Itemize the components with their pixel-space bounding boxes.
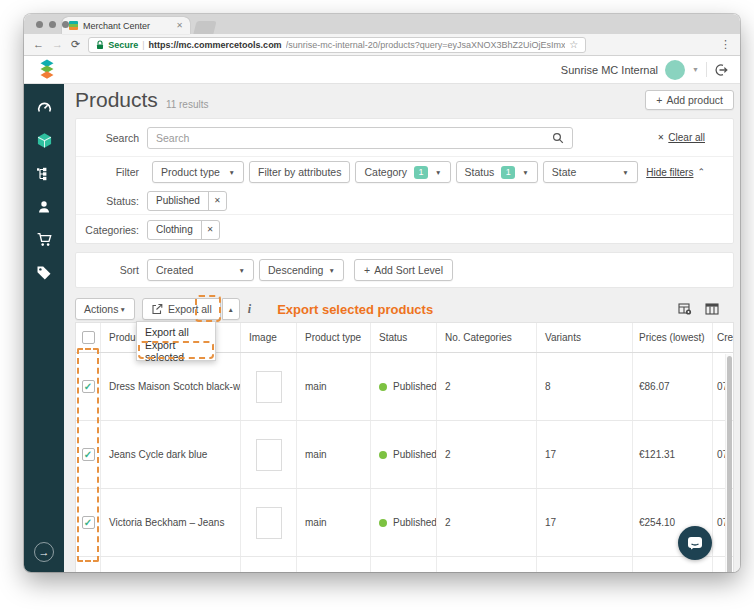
annotation-text: Export selected products (277, 302, 433, 317)
sidebar-item-products[interactable] (24, 124, 64, 157)
table-row[interactable]: ✓ Jeans Cycle dark blue main Published 2… (76, 421, 733, 489)
search-input[interactable] (148, 132, 552, 144)
sidebar-expand-button[interactable]: → (34, 542, 54, 562)
export-icon (151, 303, 163, 315)
reload-icon[interactable]: ⟳ (71, 39, 80, 50)
user-avatar[interactable] (665, 60, 685, 80)
tab-title: Merchant Center (83, 21, 171, 31)
actions-dropdown-button[interactable]: Actions ▼ (75, 298, 135, 320)
tab-close-icon[interactable]: ✕ (176, 21, 183, 30)
commercetools-logo (37, 59, 57, 80)
menu-item-export-selected[interactable]: Export selected (137, 341, 215, 360)
new-tab-button[interactable] (193, 21, 216, 34)
remove-category-chip-icon[interactable]: ✕ (201, 221, 219, 239)
browser-tab[interactable]: Merchant Center ✕ (62, 17, 190, 34)
logout-icon[interactable] (714, 63, 728, 77)
dashboard-icon (36, 99, 53, 116)
cell-status: Published (371, 489, 437, 556)
checkbox-check-icon: ✓ (82, 516, 95, 529)
add-sort-level-button[interactable]: + Add Sort Level (354, 259, 453, 281)
chat-widget-button[interactable] (678, 526, 712, 560)
clear-all-x-icon: ✕ (658, 133, 665, 142)
cell-product-name: Jeans Cycle dark blue (101, 421, 241, 488)
table-row[interactable]: ✓ Victoria Beckham – Jeans main Publishe… (76, 489, 733, 557)
hide-filters-link[interactable]: Hide filters ⌃ (646, 167, 705, 178)
header-divider (706, 62, 707, 77)
sidebar-item-dashboard[interactable] (24, 91, 64, 124)
header-created[interactable]: Created (713, 323, 733, 352)
close-window-button[interactable] (36, 21, 43, 28)
filter-by-attributes-button[interactable]: Filter by attributes (249, 161, 350, 183)
column-settings-icon[interactable] (678, 302, 692, 316)
caret-down-icon: ▼ (329, 267, 335, 274)
page-title-row: Products 11 results + Add product (75, 86, 734, 114)
sidebar-item-discounts[interactable] (24, 256, 64, 289)
cell-price-lowest: €86.07 (633, 353, 713, 420)
header-no-categories[interactable]: No. Categories (437, 323, 537, 352)
sort-panel: Sort Created ▼ Descending ▼ + Add Sort L… (75, 252, 734, 288)
address-input[interactable]: Secure | https://mc.commercetools.com /s… (88, 37, 586, 53)
select-all-checkbox[interactable] (76, 323, 101, 352)
sidebar-item-customers[interactable] (24, 190, 64, 223)
export-dropdown-menu: Export all Export selected (136, 321, 216, 361)
plus-icon: + (364, 264, 370, 276)
chevron-up-icon: ⌃ (697, 167, 705, 177)
table-row-partial (76, 557, 733, 572)
grid-view-icon[interactable] (705, 302, 719, 316)
applied-categories-label: Categories: (81, 224, 139, 236)
clear-all-link[interactable]: ✕ Clear all (658, 132, 705, 143)
sort-label: Sort (81, 264, 139, 276)
cell-no-categories: 2 (437, 353, 537, 420)
category-filter[interactable]: Category 1 ▼ (355, 161, 450, 183)
row-checkbox[interactable]: ✓ (76, 421, 101, 488)
tab-strip: Merchant Center ✕ (24, 14, 740, 34)
product-type-filter[interactable]: Product type ▼ (152, 161, 244, 183)
image-placeholder (256, 371, 282, 403)
row-checkbox[interactable]: ✓ (76, 489, 101, 556)
sort-field-select[interactable]: Created ▼ (147, 259, 254, 281)
minimize-window-button[interactable] (49, 21, 56, 28)
export-all-button[interactable]: Export all (142, 298, 221, 320)
sidebar-item-categories[interactable] (24, 157, 64, 190)
scrollbar-thumb[interactable] (727, 356, 732, 572)
secure-label: Secure (108, 40, 138, 50)
status-dot-icon (379, 519, 387, 527)
status-filter[interactable]: Status 1 ▼ (456, 161, 538, 183)
forward-icon[interactable]: → (52, 39, 63, 50)
row-checkbox[interactable]: ✓ (76, 353, 101, 420)
status-dot-icon (379, 451, 387, 459)
cell-price-lowest: €121.31 (633, 421, 713, 488)
header-image[interactable]: Image (241, 323, 297, 352)
search-icon[interactable] (552, 132, 564, 144)
cell-variants: 17 (537, 489, 633, 556)
info-icon[interactable]: i (248, 302, 251, 317)
status-dot-icon (379, 383, 387, 391)
customers-person-icon (36, 199, 52, 215)
sort-direction-select[interactable]: Descending ▼ (259, 259, 344, 281)
browser-menu-icon[interactable]: ⋮ (720, 38, 731, 51)
remove-status-chip-icon[interactable]: ✕ (208, 192, 226, 210)
add-product-button[interactable]: + Add product (645, 90, 734, 110)
zoom-window-button[interactable] (62, 21, 69, 28)
export-menu-toggle-button[interactable]: ▲ (222, 298, 240, 320)
cell-product-type: main (297, 353, 371, 420)
cell-variants: 8 (537, 353, 633, 420)
table-scrollbar[interactable] (725, 354, 732, 572)
header-product-type[interactable]: Product type (297, 323, 371, 352)
cell-product-type: main (297, 421, 371, 488)
header-variants[interactable]: Variants (537, 323, 633, 352)
discounts-tag-icon (36, 265, 52, 281)
chat-icon (687, 536, 703, 551)
user-menu-caret-icon[interactable]: ▼ (692, 66, 699, 73)
app-body: → Products 11 results + Add product Sear… (24, 84, 740, 572)
header-right: Sunrise MC Internal ▼ (561, 60, 728, 80)
bookmark-star-icon[interactable]: ☆ (569, 39, 578, 50)
header-prices-lowest[interactable]: Prices (lowest) (633, 323, 713, 352)
back-icon[interactable]: ← (33, 39, 44, 50)
table-toolbar: Actions ▼ Export all ▲ i Export selected… (75, 296, 734, 322)
status-count-badge: 1 (501, 166, 515, 179)
table-row[interactable]: ✓ Dress Maison Scotch black-white main P… (76, 353, 733, 421)
header-status[interactable]: Status (371, 323, 437, 352)
sidebar-item-orders[interactable] (24, 223, 64, 256)
state-filter[interactable]: State ▼ (543, 161, 638, 183)
